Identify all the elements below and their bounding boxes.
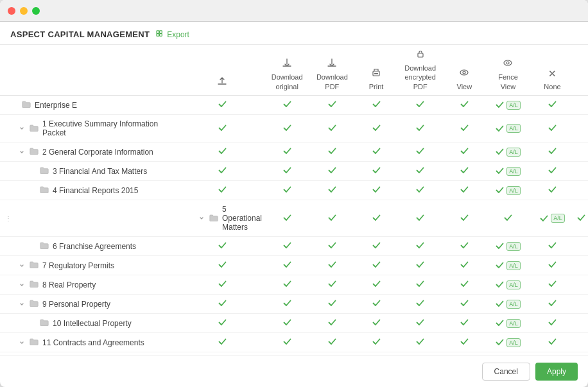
expand-button[interactable] bbox=[198, 214, 205, 222]
cell-download_encrypted[interactable] bbox=[398, 142, 443, 162]
cell-upload[interactable] bbox=[180, 314, 264, 333]
cell-download_pdf[interactable] bbox=[309, 314, 354, 333]
cell-view[interactable] bbox=[443, 181, 486, 200]
cell-download_encrypted[interactable] bbox=[398, 237, 443, 256]
cell-view[interactable] bbox=[443, 237, 486, 256]
cell-print[interactable] bbox=[354, 237, 397, 256]
cell-download_encrypted[interactable] bbox=[398, 162, 443, 181]
cell-fence_view[interactable]: A/L bbox=[486, 115, 530, 142]
cell-download_original[interactable] bbox=[264, 181, 309, 200]
cell-view[interactable] bbox=[443, 96, 486, 115]
cell-none[interactable] bbox=[530, 96, 575, 115]
cancel-button[interactable]: Cancel bbox=[482, 363, 530, 381]
cell-view[interactable] bbox=[443, 295, 486, 314]
cell-download_pdf[interactable] bbox=[309, 237, 354, 256]
drag-handle[interactable]: ⋮ bbox=[3, 210, 14, 226]
expand-button[interactable] bbox=[18, 125, 26, 132]
cell-download_original[interactable] bbox=[264, 142, 309, 162]
expand-button[interactable] bbox=[18, 148, 26, 156]
cell-download_pdf[interactable] bbox=[309, 295, 354, 314]
cell-download_encrypted[interactable] bbox=[398, 314, 443, 333]
cell-download_original[interactable] bbox=[264, 295, 309, 314]
cell-print[interactable] bbox=[354, 314, 397, 333]
cell-fence_view[interactable]: A/L bbox=[486, 314, 530, 333]
cell-print[interactable] bbox=[398, 200, 443, 237]
cell-fence_view[interactable]: A/L bbox=[486, 142, 530, 162]
cell-view[interactable] bbox=[443, 256, 486, 275]
cell-none[interactable] bbox=[530, 295, 575, 314]
expand-button[interactable] bbox=[18, 339, 26, 347]
export-button[interactable]: Export bbox=[156, 30, 189, 39]
cell-print[interactable] bbox=[354, 142, 397, 162]
cell-none[interactable] bbox=[530, 162, 575, 181]
cell-print[interactable] bbox=[354, 162, 397, 181]
cell-download_pdf[interactable] bbox=[309, 181, 354, 200]
cell-download_original[interactable] bbox=[264, 333, 309, 352]
cell-fence_view[interactable]: A/L bbox=[486, 256, 530, 275]
cell-view[interactable] bbox=[443, 162, 486, 181]
cell-fence_view[interactable]: A/L bbox=[530, 200, 575, 237]
cell-fence_view[interactable]: A/L bbox=[486, 333, 530, 352]
cell-download_pdf[interactable] bbox=[354, 200, 397, 237]
cell-fence_view[interactable]: A/L bbox=[486, 96, 530, 115]
cell-upload[interactable] bbox=[264, 200, 309, 237]
cell-none[interactable] bbox=[530, 256, 575, 275]
close-button[interactable] bbox=[8, 7, 15, 15]
cell-print[interactable] bbox=[354, 333, 397, 352]
cell-download_original[interactable] bbox=[264, 237, 309, 256]
cell-print[interactable] bbox=[354, 275, 397, 295]
maximize-button[interactable] bbox=[32, 7, 40, 15]
cell-none[interactable] bbox=[530, 142, 575, 162]
cell-upload[interactable] bbox=[180, 256, 264, 275]
cell-print[interactable] bbox=[354, 181, 397, 200]
cell-download_original[interactable] bbox=[309, 200, 354, 237]
cell-download_encrypted[interactable] bbox=[398, 96, 443, 115]
cell-view[interactable] bbox=[443, 333, 486, 352]
cell-download_pdf[interactable] bbox=[309, 256, 354, 275]
cell-download_pdf[interactable] bbox=[309, 115, 354, 142]
cell-download_original[interactable] bbox=[264, 115, 309, 142]
cell-download_original[interactable] bbox=[264, 314, 309, 333]
cell-none[interactable] bbox=[530, 237, 575, 256]
apply-button[interactable]: Apply bbox=[535, 363, 578, 381]
cell-download_original[interactable] bbox=[264, 96, 309, 115]
cell-download_encrypted[interactable] bbox=[443, 200, 486, 237]
cell-download_pdf[interactable] bbox=[309, 162, 354, 181]
cell-print[interactable] bbox=[354, 115, 397, 142]
cell-upload[interactable] bbox=[180, 162, 264, 181]
cell-fence_view[interactable]: A/L bbox=[486, 237, 530, 256]
cell-view[interactable] bbox=[443, 314, 486, 333]
cell-download_pdf[interactable] bbox=[309, 275, 354, 295]
cell-print[interactable] bbox=[354, 256, 397, 275]
cell-upload[interactable] bbox=[180, 181, 264, 200]
cell-upload[interactable] bbox=[180, 142, 264, 162]
cell-download_original[interactable] bbox=[264, 256, 309, 275]
cell-fence_view[interactable]: A/L bbox=[486, 275, 530, 295]
cell-download_encrypted[interactable] bbox=[398, 181, 443, 200]
cell-upload[interactable] bbox=[180, 333, 264, 352]
cell-download_pdf[interactable] bbox=[309, 96, 354, 115]
cell-download_encrypted[interactable] bbox=[398, 256, 443, 275]
cell-download_encrypted[interactable] bbox=[398, 115, 443, 142]
cell-none[interactable] bbox=[530, 181, 575, 200]
cell-upload[interactable] bbox=[180, 237, 264, 256]
cell-upload[interactable] bbox=[180, 96, 264, 115]
cell-download_original[interactable] bbox=[264, 162, 309, 181]
cell-download_encrypted[interactable] bbox=[398, 333, 443, 352]
cell-download_encrypted[interactable] bbox=[398, 295, 443, 314]
cell-download_encrypted[interactable] bbox=[398, 275, 443, 295]
cell-upload[interactable] bbox=[180, 275, 264, 295]
minimize-button[interactable] bbox=[20, 7, 28, 15]
expand-button[interactable] bbox=[18, 281, 26, 289]
cell-none[interactable] bbox=[575, 200, 588, 237]
cell-none[interactable] bbox=[530, 333, 575, 352]
cell-upload[interactable] bbox=[180, 115, 264, 142]
permissions-table-container[interactable]: Downloadoriginal DownloadPDF bbox=[0, 45, 588, 356]
cell-print[interactable] bbox=[354, 295, 397, 314]
expand-button[interactable] bbox=[18, 300, 26, 308]
cell-fence_view[interactable]: A/L bbox=[486, 162, 530, 181]
cell-none[interactable] bbox=[530, 275, 575, 295]
cell-download_pdf[interactable] bbox=[309, 333, 354, 352]
cell-fence_view[interactable]: A/L bbox=[486, 295, 530, 314]
cell-fence_view[interactable]: A/L bbox=[486, 181, 530, 200]
